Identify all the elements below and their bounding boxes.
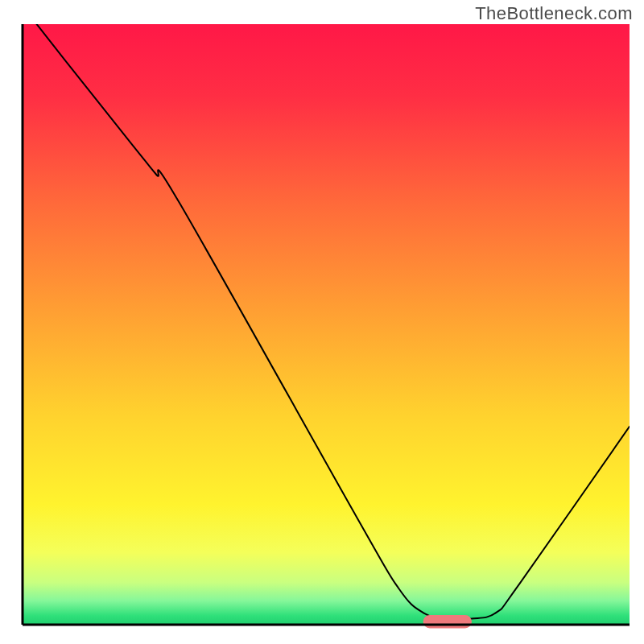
watermark-text: TheBottleneck.com	[475, 3, 633, 24]
chart-svg	[0, 0, 644, 644]
optimal-range-marker	[423, 615, 472, 628]
chart-stage: TheBottleneck.com	[0, 0, 644, 644]
plot-background	[23, 24, 630, 625]
